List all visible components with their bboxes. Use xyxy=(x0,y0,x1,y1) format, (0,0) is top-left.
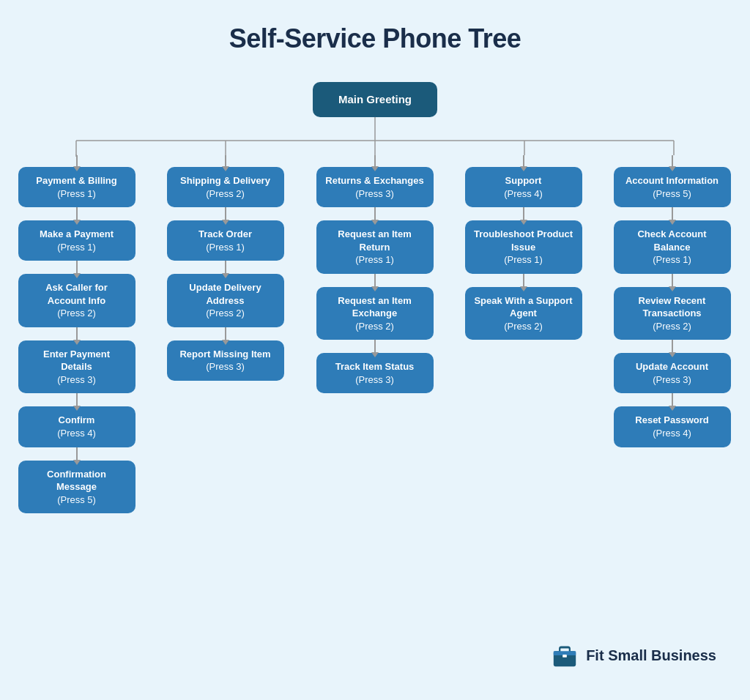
node-confirmation-message: Confirmation Message (Press 5) xyxy=(18,461,135,514)
level1-account-info: Account Information (Press 5) xyxy=(614,167,731,207)
node-item-exchange: Request an Item Exchange (Press 2) xyxy=(316,287,434,340)
svg-rect-12 xyxy=(562,655,567,658)
node-speak-support-agent: Speak With a Support Agent (Press 2) xyxy=(465,287,582,340)
watermark: Fit Small Business xyxy=(551,641,716,669)
node-ask-caller: Ask Caller for Account Info (Press 2) xyxy=(18,274,135,327)
level1-payment-billing: Payment & Billing (Press 1) xyxy=(18,167,135,207)
col1: Payment & Billing (Press 1) Make a Payme… xyxy=(16,155,137,513)
level1-returns-exchanges: Returns & Exchanges (Press 3) xyxy=(316,167,434,207)
node-item-return: Request an Item Return (Press 1) xyxy=(316,220,434,274)
watermark-text: Fit Small Business xyxy=(586,647,716,664)
col2: Shipping & Delivery (Press 2) Track Orde… xyxy=(165,155,286,381)
node-update-delivery: Update Delivery Address (Press 2) xyxy=(167,274,284,327)
col5: Account Information (Press 5) Check Acco… xyxy=(612,155,732,447)
node-check-balance: Check Account Balance (Press 1) xyxy=(614,220,731,274)
node-track-order: Track Order (Press 1) xyxy=(167,220,284,261)
node-reset-password: Reset Password (Press 4) xyxy=(614,406,731,447)
page-title: Self-Service Phone Tree xyxy=(229,23,521,54)
level1-shipping-delivery: Shipping & Delivery (Press 2) xyxy=(167,167,284,207)
col3: Returns & Exchanges (Press 3) Request an… xyxy=(314,155,435,393)
node-enter-payment: Enter Payment Details (Press 3) xyxy=(18,340,135,394)
col4: Support (Press 4) Troubleshoot Product I… xyxy=(463,155,584,340)
level1-support: Support (Press 4) xyxy=(465,167,582,207)
phone-tree-diagram: Main Greeting Payment & Billing (Press 1… xyxy=(16,75,734,682)
root-node: Main Greeting xyxy=(313,82,437,117)
node-track-item-status: Track Item Status (Press 3) xyxy=(316,353,434,393)
node-update-account: Update Account (Press 3) xyxy=(614,353,731,393)
node-review-transactions: Review Recent Transactions (Press 2) xyxy=(614,287,731,340)
briefcase-icon xyxy=(551,641,579,669)
node-troubleshoot: Troubleshoot Product Issue (Press 1) xyxy=(465,220,582,274)
node-report-missing: Report Missing Item (Press 3) xyxy=(167,340,284,381)
node-make-payment: Make a Payment (Press 1) xyxy=(18,220,135,261)
node-confirm: Confirm (Press 4) xyxy=(18,406,135,447)
